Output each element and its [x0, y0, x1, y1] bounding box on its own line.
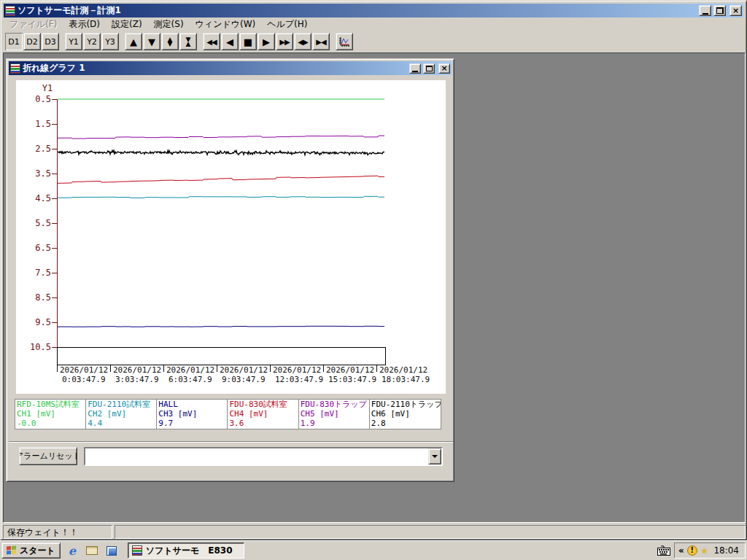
y-tick-label: 9.5: [19, 317, 51, 327]
star-tray-icon[interactable]: ★: [700, 546, 709, 556]
scroll-up-button[interactable]: ▲: [125, 33, 142, 50]
y-tick-label: 2.5: [19, 144, 51, 154]
keyboard-icon[interactable]: [657, 545, 671, 556]
up-down-arrows-icon: ▼: [168, 42, 173, 46]
legend-cell-ch1: RFD-10MS試料室CH1 [mV]-0.0: [15, 400, 86, 429]
menu-item-6[interactable]: ヘルプ(H): [261, 17, 313, 32]
window-title: ソフトサーモ計測－計測1: [18, 4, 697, 17]
security-alert-icon[interactable]: !: [687, 545, 697, 556]
fast-rewind-button[interactable]: ◀◀: [203, 33, 220, 50]
y-tick-label: 10.5: [19, 342, 51, 352]
status-bar: 保存ウェイト！！: [3, 523, 746, 540]
legend-channel: CH1 [mV]: [17, 409, 84, 419]
y3-button[interactable]: Y3: [101, 33, 119, 50]
quicklaunch-show-desktop-icon[interactable]: [84, 542, 100, 559]
menu-item-4[interactable]: 測定(S): [148, 17, 190, 32]
expand-horizontal-icon: ◀▶: [298, 38, 307, 46]
restore-button[interactable]: [713, 5, 726, 16]
graph-close-button[interactable]: ×: [438, 63, 450, 74]
menu-item-1: ファイル(F): [4, 17, 63, 32]
graph-window: 折れ線グラフ 1 × Y1 0.51.52.53.54.55.56.57.58.…: [6, 58, 454, 482]
legend-channel: CH2 [mV]: [88, 409, 155, 419]
taskbar-app-button[interactable]: ソフトサーモ E830: [128, 542, 244, 559]
line-chart-icon: [338, 36, 350, 47]
app-icon: [5, 6, 15, 16]
tray-collapse-chevron[interactable]: «: [678, 545, 684, 556]
d3-button[interactable]: D3: [42, 33, 59, 50]
fit-y-button[interactable]: ▼▲: [179, 33, 197, 50]
legend-value: 9.7: [158, 419, 225, 428]
fast-forward-button[interactable]: ▶▶: [276, 33, 293, 50]
expand-x-button[interactable]: ◀▶: [294, 33, 311, 50]
desktop: ソフトサーモ計測－計測1 × ファイル(F)表示(D)設定(Z)測定(S)ウィン…: [0, 0, 747, 560]
minimize-icon: [703, 13, 708, 15]
quicklaunch-internet-explorer-icon[interactable]: e: [64, 542, 80, 559]
stop-button[interactable]: ■: [239, 33, 257, 50]
app-icon: [132, 545, 142, 556]
step-back-button[interactable]: ◀: [221, 33, 239, 50]
start-button[interactable]: スタート: [1, 542, 61, 559]
legend-table: RFD-10MS試料室CH1 [mV]-0.0FDU-2110試料室CH2 [m…: [15, 399, 441, 429]
up-arrow-icon: ▲: [130, 36, 137, 47]
alarm-combo[interactable]: [84, 447, 443, 466]
graph-window-title: 折れ線グラフ 1: [23, 62, 407, 74]
legend-value: 2.8: [371, 419, 439, 428]
minimize-button[interactable]: [699, 5, 711, 16]
x-tick-date: 2026/01/12: [113, 365, 161, 375]
left-arrow-icon: ◀: [226, 36, 233, 47]
legend-cell-ch6: FDU-2110トラップCH6 [mV]2.8: [370, 400, 441, 429]
y-tick-label: 4.5: [19, 193, 51, 203]
x-tick-time: 6:03:47.9: [169, 375, 212, 384]
x-tick-date: 2026/01/12: [379, 365, 427, 375]
alarm-reset-button[interactable]: アラームリセット: [19, 447, 77, 465]
menu-item-5[interactable]: ウィンドウ(W): [190, 17, 262, 32]
series-line-ch6: [58, 150, 384, 155]
main-title-bar[interactable]: ソフトサーモ計測－計測1 ×: [4, 4, 743, 18]
compress-x-button[interactable]: ▶◀: [312, 33, 330, 50]
legend-channel: CH5 [mV]: [301, 409, 368, 419]
graph-maximize-button[interactable]: [423, 63, 435, 74]
d2-button[interactable]: D2: [23, 33, 41, 50]
x-tick-date: 2026/01/12: [273, 365, 321, 375]
expand-y-button[interactable]: ▲▼: [161, 33, 179, 50]
chevron-down-icon: [432, 455, 438, 461]
step-forward-button[interactable]: ▶: [258, 33, 275, 50]
y-tick-label: 6.5: [19, 243, 51, 253]
graph-settings-button[interactable]: [336, 33, 353, 50]
legend-cell-ch3: HALLCH3 [mV]9.7: [157, 400, 228, 429]
y-tick-label: 0.5: [19, 94, 51, 104]
alarm-combo-value[interactable]: [87, 450, 427, 463]
x-tick-date: 2026/01/12: [166, 365, 214, 375]
y-tick-label: 5.5: [19, 218, 51, 228]
compress-horizontal-icon: ▶◀: [316, 38, 325, 46]
menu-bar: ファイル(F)表示(D)設定(Z)測定(S)ウィンドウ(W)ヘルプ(H): [4, 18, 743, 31]
legend-cell-ch5: FDU-830トラップCH5 [mV]1.9: [299, 400, 370, 429]
d1-button[interactable]: D1: [5, 33, 23, 50]
taskbar: スタート e ソフトサーモ E830 « ! ★ 18:04: [0, 540, 747, 560]
scroll-down-button[interactable]: ▼: [143, 33, 160, 50]
y-tick-label: 7.5: [19, 268, 51, 278]
series-line-ch2: [58, 196, 384, 198]
quicklaunch-outlook-express-icon[interactable]: [104, 542, 120, 559]
taskbar-clock: 18:04: [711, 545, 741, 556]
legend-name: RFD-10MS試料室: [17, 400, 84, 409]
status-message: 保存ウェイト！！: [3, 525, 112, 539]
chart-panel: Y1 0.51.52.53.54.55.56.57.58.59.510.5202…: [16, 80, 446, 394]
y2-button[interactable]: Y2: [83, 33, 101, 50]
menu-item-2[interactable]: 表示(D): [63, 17, 106, 32]
close-button[interactable]: ×: [729, 5, 742, 16]
panel-divider: [9, 441, 453, 443]
legend-value: -0.0: [17, 419, 84, 428]
graph-minimize-button[interactable]: [409, 63, 421, 74]
menu-item-3[interactable]: 設定(Z): [106, 17, 148, 32]
system-tray: « ! ★ 18:04: [657, 542, 746, 559]
combo-dropdown-button[interactable]: [428, 448, 441, 464]
axis-bottom-frame: [58, 348, 386, 365]
x-tick-date: 2026/01/12: [326, 365, 374, 375]
graph-window-title-bar[interactable]: 折れ線グラフ 1 ×: [9, 61, 452, 75]
x-tick-time: 0:03:47.9: [62, 375, 106, 384]
legend-value: 3.6: [229, 419, 296, 428]
app-window: ソフトサーモ計測－計測1 × ファイル(F)表示(D)設定(Z)測定(S)ウィン…: [0, 0, 747, 540]
y1-button[interactable]: Y1: [65, 33, 82, 50]
legend-value: 4.4: [88, 419, 155, 428]
